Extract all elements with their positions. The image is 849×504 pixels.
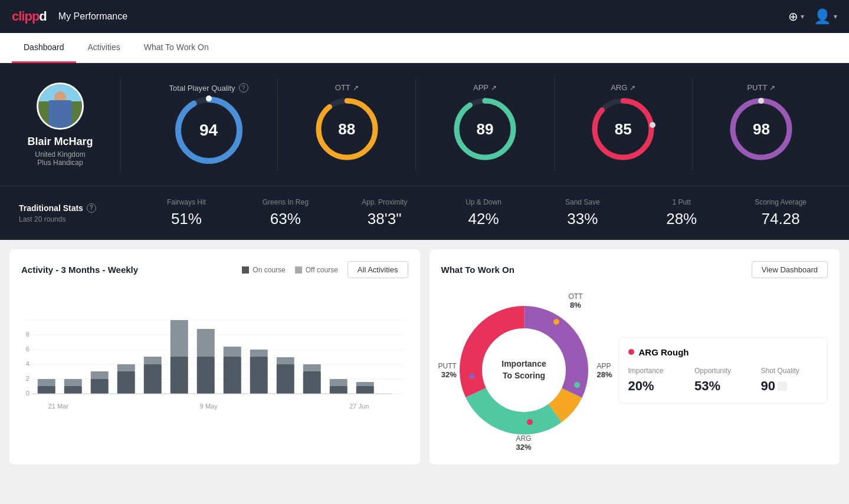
bar-chart-area: 0 2 4 6 8: [21, 288, 408, 417]
player-info: Blair McHarg United Kingdom Plus Handica…: [19, 83, 101, 167]
hero-section: Blair McHarg United Kingdom Plus Handica…: [0, 63, 849, 186]
svg-rect-44: [277, 364, 294, 394]
stats-title: Traditional Stats ?: [19, 203, 137, 213]
stat-oneputt-label: 1 Putt: [632, 198, 731, 206]
svg-rect-49: [356, 382, 374, 386]
metrics-area: Total Player Quality ? 94 OTT ↗: [140, 78, 830, 170]
on-course-dot: [242, 266, 249, 274]
what-card-header: What To Work On View Dashboard: [441, 261, 828, 278]
putt-annotation: PUTT 32%: [438, 362, 457, 379]
svg-rect-39: [224, 347, 241, 357]
svg-rect-46: [303, 371, 321, 394]
stat-fairways: Fairways Hit 51%: [137, 198, 236, 228]
tab-dashboard[interactable]: Dashboard: [12, 33, 76, 63]
svg-text:2: 2: [26, 375, 29, 382]
svg-rect-27: [64, 379, 82, 386]
user-avatar-icon: 👤: [814, 8, 831, 25]
arg-annotation: ARG 32%: [516, 434, 531, 452]
plus-icon: ⊕: [788, 9, 798, 24]
activity-card: Activity - 3 Months - Weekly On course O…: [9, 249, 420, 465]
ott-value: 88: [338, 120, 355, 139]
user-profile-button[interactable]: 👤 ▾: [814, 8, 837, 25]
importance-label: Importance: [628, 367, 686, 375]
tab-what-to-work-on[interactable]: What To Work On: [132, 33, 221, 63]
svg-rect-26: [38, 386, 55, 394]
add-chevron: ▾: [801, 12, 804, 21]
player-handicap: Plus Handicap: [37, 159, 83, 167]
player-avatar: [37, 83, 84, 130]
putt-value: 98: [753, 120, 770, 139]
ott-arrow: ↗: [353, 84, 359, 92]
svg-rect-25: [38, 379, 55, 386]
svg-rect-36: [171, 357, 188, 394]
ott-annotation: OTT 8%: [569, 292, 583, 309]
donut-svg: Importance To Scoring: [447, 294, 601, 447]
info-opportunity: Opportunity 53%: [694, 367, 752, 394]
svg-text:6: 6: [26, 345, 29, 353]
tab-activities[interactable]: Activities: [76, 33, 132, 63]
svg-text:27 Jun: 27 Jun: [349, 403, 369, 410]
stat-updown-label: Up & Down: [434, 198, 533, 206]
top-nav: clippd My Performance ⊕ ▾ 👤 ▾: [0, 0, 849, 33]
svg-rect-33: [144, 357, 162, 364]
svg-rect-37: [197, 329, 215, 357]
svg-point-63: [553, 319, 559, 325]
stat-greens-value: 63%: [236, 210, 335, 228]
svg-rect-30: [91, 379, 109, 394]
metric-arg: ARG ↗ 85: [555, 78, 693, 170]
stat-oneputt: 1 Putt 28%: [632, 198, 731, 228]
arg-label: ARG ↗: [611, 83, 635, 92]
stat-updown-value: 42%: [434, 210, 533, 228]
svg-rect-38: [197, 357, 215, 394]
add-button[interactable]: ⊕ ▾: [788, 9, 804, 24]
avatar-image: [38, 83, 82, 130]
opportunity-value: 53%: [694, 378, 752, 394]
svg-rect-35: [171, 320, 188, 357]
stats-subtitle: Last 20 rounds: [19, 215, 137, 223]
nav-title: My Performance: [58, 11, 127, 22]
stat-sandsave: Sand Save 33%: [533, 198, 632, 228]
view-dashboard-button[interactable]: View Dashboard: [752, 261, 828, 278]
vertical-divider: [120, 77, 121, 172]
legend-on-course: On course: [242, 266, 285, 274]
player-country: United Kingdom: [35, 150, 85, 159]
svg-rect-31: [117, 364, 135, 371]
putt-arrow: ↗: [769, 84, 775, 92]
all-activities-button[interactable]: All Activities: [348, 261, 408, 278]
svg-point-60: [483, 329, 565, 411]
svg-rect-41: [250, 350, 268, 357]
app-circle: 89: [453, 97, 517, 162]
importance-value: 20%: [628, 378, 686, 394]
shot-quality-value: 90: [761, 378, 775, 394]
stat-proximity: App. Proximity 38'3": [335, 198, 434, 228]
arg-circle: 85: [591, 97, 655, 162]
opportunity-label: Opportunity: [694, 367, 752, 375]
putt-circle: 98: [729, 97, 794, 162]
arg-rough-dot: [628, 349, 634, 355]
stat-fairways-label: Fairways Hit: [137, 198, 236, 206]
stats-help-icon[interactable]: ?: [87, 203, 96, 213]
svg-point-7: [482, 98, 488, 104]
info-importance: Importance 20%: [628, 367, 686, 394]
metric-putt: PUTT ↗ 98: [693, 78, 830, 170]
svg-text:Importance: Importance: [501, 359, 546, 368]
svg-rect-45: [303, 364, 321, 371]
help-icon[interactable]: ?: [239, 83, 248, 93]
svg-text:0: 0: [26, 390, 29, 397]
svg-rect-47: [330, 379, 348, 386]
svg-text:9 May: 9 May: [200, 403, 218, 410]
stat-oneputt-value: 28%: [632, 210, 731, 228]
stat-scoring-label: Scoring Average: [731, 198, 830, 206]
app-arrow: ↗: [491, 84, 497, 92]
arg-value: 85: [615, 120, 632, 139]
tpq-label: Total Player Quality ?: [169, 83, 248, 93]
stat-sandsave-label: Sand Save: [533, 198, 632, 206]
svg-point-10: [650, 122, 655, 128]
app-label: APP ↗: [473, 83, 497, 92]
bar-chart-svg: 0 2 4 6 8: [21, 288, 408, 417]
what-to-work-on-card: What To Work On View Dashboard: [430, 249, 840, 465]
svg-text:8: 8: [26, 331, 29, 338]
nav-left: clippd My Performance: [12, 9, 127, 24]
svg-rect-34: [144, 364, 162, 394]
svg-point-13: [758, 98, 764, 104]
